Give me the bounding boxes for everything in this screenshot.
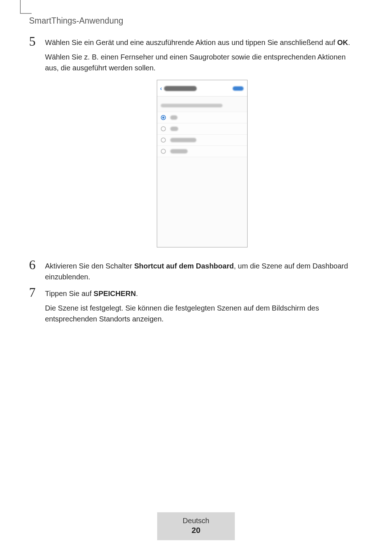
footer-language: Deutsch (183, 516, 209, 525)
page-footer: Deutsch 20 (0, 512, 392, 540)
step6-line1: Aktivieren Sie den Schalter Shortcut auf… (45, 260, 359, 282)
dialog-action-blurred[interactable] (233, 86, 244, 91)
option-row-1[interactable] (157, 112, 247, 123)
radio-unselected-icon[interactable] (161, 138, 166, 143)
option-label-blurred (170, 149, 188, 153)
back-icon[interactable]: ‹ (160, 83, 162, 94)
step-body: Wählen Sie ein Gerät und eine auszuführe… (45, 37, 359, 258)
step-number: 5 (29, 35, 45, 48)
dialog-title-blurred (164, 86, 197, 91)
dialog-hint (157, 97, 247, 112)
footer-box: Deutsch 20 (157, 512, 234, 540)
section-title: SmartThings-Anwendung (29, 16, 123, 26)
step7-line2: Die Szene ist festgelegt. Sie können die… (45, 303, 359, 324)
text: Tippen Sie auf (45, 290, 94, 297)
bold-ok: OK (337, 38, 348, 46)
option-label-blurred (170, 138, 196, 142)
dialog-hint-blurred (161, 104, 222, 107)
step5-line1: Wählen Sie ein Gerät und eine auszuführe… (45, 37, 359, 48)
bold-speichern: SPEICHERN (94, 290, 136, 297)
dialog-header: ‹ (157, 80, 247, 97)
text: . (348, 38, 350, 46)
option-row-4[interactable] (157, 146, 247, 157)
radio-unselected-icon[interactable] (161, 126, 166, 131)
dialog-empty-area (157, 157, 247, 247)
step-body: Tippen Sie auf SPEICHERN. Die Szene ist … (45, 288, 359, 328)
screenshot-figure: ‹ (45, 80, 359, 247)
option-row-2[interactable] (157, 123, 247, 135)
option-row-3[interactable] (157, 135, 247, 146)
content-area: 5 Wählen Sie ein Gerät und eine auszufüh… (29, 37, 359, 330)
step-number: 6 (29, 258, 45, 271)
bold-shortcut: Shortcut auf dem Dashboard (134, 262, 234, 270)
text: Wählen Sie ein Gerät und eine auszuführe… (45, 38, 337, 46)
page: SmartThings-Anwendung 5 Wählen Sie ein G… (0, 0, 392, 554)
radio-unselected-icon[interactable] (161, 149, 166, 154)
option-label-blurred (170, 127, 178, 131)
corner-mark (20, 0, 32, 14)
text: Aktivieren Sie den Schalter (45, 262, 134, 270)
footer-page-number: 20 (183, 525, 209, 536)
step-body: Aktivieren Sie den Schalter Shortcut auf… (45, 260, 359, 286)
text: . (136, 290, 138, 297)
step5-line2: Wählen Sie z. B. einen Fernseher und ein… (45, 52, 359, 73)
step7-line1: Tippen Sie auf SPEICHERN. (45, 288, 359, 299)
radio-selected-icon[interactable] (161, 115, 166, 120)
dialog-header-left: ‹ (160, 83, 197, 94)
step-7: 7 Tippen Sie auf SPEICHERN. Die Szene is… (29, 288, 359, 328)
option-label-blurred (170, 115, 177, 120)
step-5: 5 Wählen Sie ein Gerät und eine auszufüh… (29, 37, 359, 258)
device-action-dialog: ‹ (157, 80, 248, 247)
step-number: 7 (29, 286, 45, 299)
step-6: 6 Aktivieren Sie den Schalter Shortcut a… (29, 260, 359, 286)
